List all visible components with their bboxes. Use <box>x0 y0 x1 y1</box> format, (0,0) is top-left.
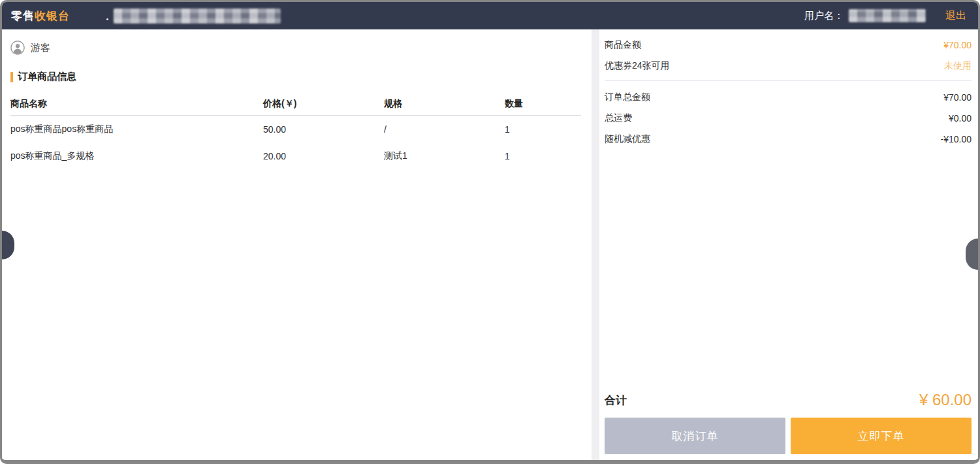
cell-price: 20.00 <box>263 151 384 161</box>
total-row: 合计 ¥ 60.00 <box>605 391 972 409</box>
panel-divider <box>592 29 599 460</box>
cell-product-name: pos称重商品pos称重商品 <box>10 124 263 135</box>
action-buttons: 取消订单 立即下单 <box>605 418 972 454</box>
summary-divider <box>605 80 972 81</box>
cell-product-name: pos称重商品_多规格 <box>10 150 263 162</box>
table-header-row: 商品名称 价格(￥) 规格 数量 <box>10 92 581 116</box>
username-label: 用户名： <box>804 10 844 22</box>
app-title-prefix: 零售 <box>11 10 35 22</box>
section-title-text: 订单商品信息 <box>18 71 76 83</box>
table-row: pos称重商品pos称重商品 50.00 / 1 <box>10 116 581 142</box>
summary-label: 订单总金额 <box>605 91 650 103</box>
store-name-dot <box>106 18 108 20</box>
table-row: pos称重商品_多规格 20.00 测试1 1 <box>10 142 581 169</box>
header-product-name: 商品名称 <box>10 98 263 110</box>
summary-value: ¥70.00 <box>943 92 972 103</box>
order-items-table: 商品名称 价格(￥) 规格 数量 pos称重商品pos称重商品 50.00 / … <box>10 92 581 169</box>
cell-qty: 1 <box>505 151 581 161</box>
pos-window: 零售收银台 用户名： 退出 游客 <box>0 0 980 464</box>
summary-label: 优惠券24张可用 <box>605 60 670 72</box>
header-qty: 数量 <box>505 98 581 110</box>
logout-button[interactable]: 退出 <box>945 9 966 23</box>
header-price: 价格(￥) <box>263 98 384 110</box>
cell-spec: / <box>384 124 505 135</box>
topbar-right: 用户名： 退出 <box>804 9 966 23</box>
app-title-suffix: 收银台 <box>35 10 70 22</box>
summary-row-shipping: 总运费 ¥0.00 <box>605 108 972 129</box>
summary-label: 总运费 <box>605 112 632 124</box>
summary-row-order-total: 订单总金额 ¥70.00 <box>605 87 972 108</box>
submit-order-button[interactable]: 立即下单 <box>791 418 972 454</box>
summary-label: 随机减优惠 <box>605 133 650 145</box>
avatar-icon <box>10 41 25 55</box>
coupon-status: 未使用 <box>944 60 972 72</box>
summary-row-goods-amount: 商品金额 ¥70.00 <box>605 35 972 56</box>
total-label: 合计 <box>605 393 627 408</box>
cancel-order-button[interactable]: 取消订单 <box>605 418 785 454</box>
summary-row-random-discount: 随机减优惠 -¥10.00 <box>605 129 972 150</box>
summary-value: ¥0.00 <box>949 113 972 124</box>
summary-value: -¥10.00 <box>941 134 972 144</box>
store-name-redacted <box>114 8 281 24</box>
summary-row-coupon[interactable]: 优惠券24张可用 未使用 <box>605 56 972 76</box>
cell-price: 50.00 <box>263 124 384 135</box>
username-redacted <box>849 9 926 22</box>
order-section-title: 订单商品信息 <box>10 71 582 83</box>
topbar: 零售收银台 用户名： 退出 <box>2 2 978 29</box>
cell-qty: 1 <box>505 124 581 135</box>
flex-spacer <box>605 150 972 391</box>
summary-panel: 商品金额 ¥70.00 优惠券24张可用 未使用 订单总金额 ¥70.00 总运… <box>599 29 978 460</box>
summary-label: 商品金额 <box>605 39 641 51</box>
customer-name: 游客 <box>31 42 50 54</box>
main-content: 游客 订单商品信息 商品名称 价格(￥) 规格 数量 pos称重商品pos称重商… <box>2 29 978 460</box>
customer-row: 游客 <box>10 39 582 57</box>
cell-spec: 测试1 <box>384 150 505 162</box>
app-title: 零售收银台 <box>11 8 70 24</box>
order-panel: 游客 订单商品信息 商品名称 价格(￥) 规格 数量 pos称重商品pos称重商… <box>2 29 592 460</box>
header-spec: 规格 <box>384 98 505 110</box>
summary-value: ¥70.00 <box>943 40 972 50</box>
section-marker-icon <box>10 72 13 82</box>
total-amount: ¥ 60.00 <box>919 391 972 409</box>
